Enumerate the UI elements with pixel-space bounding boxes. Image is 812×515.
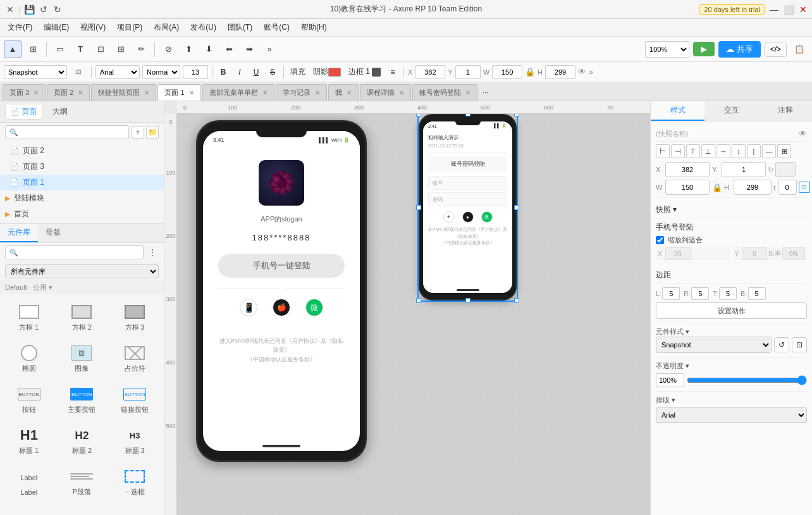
comp-box1[interactable]: 方框 1 [4, 298, 54, 337]
align-right-btn[interactable]: ⊤ [686, 144, 700, 158]
page-item-page1[interactable]: 📄 页面 1 [0, 175, 164, 190]
border-t-input[interactable] [719, 287, 737, 300]
wh-lock-icon[interactable]: 🔒 [712, 183, 722, 192]
fill-button[interactable]: 填充 [288, 65, 308, 79]
y-input[interactable] [455, 65, 481, 79]
input-tool[interactable]: ⊡ [92, 40, 109, 58]
tab-studyrecord-close[interactable]: ✕ [315, 89, 320, 96]
arrange-btn[interactable]: ⊞ [777, 144, 791, 158]
w-prop-input[interactable] [665, 180, 710, 195]
snap-y-input[interactable] [742, 247, 767, 260]
comp-image[interactable]: 🖼 图像 [57, 339, 108, 378]
menu-team[interactable]: 团队(T) [223, 21, 257, 34]
snapshot-refresh-btn[interactable]: ↺ [774, 337, 789, 352]
fit-checkbox[interactable] [656, 236, 664, 244]
text-align-button[interactable]: ≡ [386, 65, 400, 79]
menu-edit[interactable]: 编辑(E) [39, 21, 74, 34]
h-prop-input[interactable] [734, 180, 772, 195]
r-prop-input[interactable] [778, 180, 797, 195]
undo-icon[interactable]: ↺ [39, 4, 49, 15]
border-l-input[interactable] [662, 287, 680, 300]
code-button[interactable]: </> [765, 42, 787, 57]
tab-page3[interactable]: 页面 3 ✕ [3, 84, 46, 101]
x-prop-input[interactable] [665, 162, 710, 177]
tab-interact[interactable]: 交互 [704, 101, 758, 121]
comp-para[interactable]: P段落 [57, 462, 108, 501]
select-tool[interactable]: ▲ [4, 40, 22, 58]
align-top-tool[interactable]: ⬆ [180, 40, 197, 58]
distribute-h-btn[interactable]: | [747, 144, 761, 158]
page-item-page3[interactable]: 📄 页面 3 [0, 159, 164, 175]
tab-quicklogin[interactable]: 快捷登陆页面 ✕ [91, 84, 156, 101]
tab-page2[interactable]: 页面 2 ✕ [47, 84, 90, 101]
font-weight-select[interactable]: Normal [142, 65, 180, 79]
tab-quicklogin-close[interactable]: ✕ [144, 89, 149, 96]
add-page-button[interactable]: + [132, 126, 144, 139]
border-r-input[interactable] [691, 287, 709, 300]
tab-coursedetail[interactable]: 课程详情 ✕ [360, 84, 411, 101]
snap-x-input[interactable] [665, 247, 691, 260]
tab-page1-close[interactable]: ✕ [189, 89, 194, 96]
align-bottom-tool[interactable]: ⬇ [200, 40, 218, 58]
page-item-homepage[interactable]: ▶ 首页 [0, 206, 164, 222]
right-visibility-icon[interactable]: 👁 [799, 129, 807, 139]
x-input[interactable] [415, 65, 445, 79]
tab-studyrecord[interactable]: 学习记录 ✕ [276, 84, 327, 101]
border-b-input[interactable] [748, 287, 766, 300]
strikethrough-button[interactable]: S [266, 65, 280, 79]
y-prop-input[interactable] [722, 162, 766, 177]
comp-btn-link[interactable]: BUTTON 链接按钮 [109, 380, 160, 419]
canvas-content[interactable]: 9:41 ▌▌▌ WiFi 🔋 [177, 114, 650, 515]
more-properties-icon[interactable]: » [589, 67, 593, 77]
pen-tool[interactable]: ✏ [132, 40, 150, 58]
align-top-btn[interactable]: ⊥ [701, 144, 715, 158]
tab-comp-library[interactable]: 元件库 [0, 224, 38, 242]
wechat-login-icon[interactable]: 微 [305, 299, 323, 316]
maximize-icon[interactable]: ⬜ [784, 4, 794, 15]
comp-btn-primary[interactable]: BUTTON 主要按钮 [57, 380, 108, 419]
preview-button[interactable]: ▶ [693, 42, 715, 56]
font-size-input[interactable] [183, 65, 208, 79]
w-input[interactable] [492, 65, 522, 79]
tab-page3-close[interactable]: ✕ [34, 89, 39, 96]
comp-placeholder[interactable]: 占位符 [109, 339, 160, 378]
close-icon[interactable]: ✕ [5, 4, 15, 15]
tab-notes[interactable]: 注释 [758, 101, 812, 121]
snapshot-edit-btn[interactable]: ⊡ [792, 337, 807, 352]
connect-tool[interactable]: ⊞ [24, 40, 42, 58]
minimize-icon[interactable]: — [770, 4, 778, 15]
visibility-icon[interactable]: 👁 [578, 67, 586, 77]
comp-h3[interactable]: H3 标题 3 [109, 421, 160, 460]
tab-bottommenu[interactable]: 底部无菜单单栏 ✕ [202, 84, 274, 101]
page-item-page2[interactable]: 📄 页面 2 [0, 143, 164, 159]
menu-view[interactable]: 视图(V) [75, 21, 111, 34]
tab-accountlogin[interactable]: 账号密码登陆 ✕ [412, 84, 477, 101]
snap-ratio-input[interactable] [782, 247, 805, 260]
tab-me-close[interactable]: ✕ [347, 89, 352, 96]
align-left-tool[interactable]: ⬅ [220, 40, 238, 58]
underline-button[interactable]: U [249, 65, 263, 79]
tab-coursedetail-close[interactable]: ✕ [399, 89, 404, 96]
apple-login-icon[interactable]: 🍎 [273, 299, 290, 316]
tab-outline[interactable]: 大纲 [47, 104, 73, 119]
comp-h1[interactable]: H1 标题 1 [4, 421, 54, 460]
comp-label[interactable]: Label Label [4, 462, 54, 501]
menu-publish[interactable]: 发布(U) [185, 21, 221, 34]
format-bar-icon[interactable]: ⊡ [70, 63, 87, 81]
more-tools[interactable]: » [261, 40, 278, 58]
border-color[interactable] [372, 68, 381, 77]
tab-style[interactable]: 样式 [651, 101, 704, 121]
comp-search-input[interactable] [5, 245, 144, 259]
comp-more-button[interactable]: ⋮ [146, 246, 159, 259]
align-center-v-btn[interactable]: ↔ [717, 144, 730, 158]
notes-icon[interactable]: 📋 [790, 40, 808, 58]
tab-page1[interactable]: 页面 1 ✕ [157, 84, 200, 101]
comp-box3[interactable]: 方框 3 [109, 298, 160, 337]
redo-icon[interactable]: ↻ [52, 4, 63, 15]
window-close-icon[interactable]: ✕ [799, 4, 807, 15]
align-bottom-btn[interactable]: ↕ [732, 144, 746, 158]
border-button[interactable]: 边框 1 [346, 65, 383, 79]
resize-corner-icon[interactable]: ⊡ [799, 182, 810, 193]
component-type-select[interactable]: Snapshot [4, 65, 67, 79]
tab-pages[interactable]: 📄 页面 [5, 104, 42, 120]
